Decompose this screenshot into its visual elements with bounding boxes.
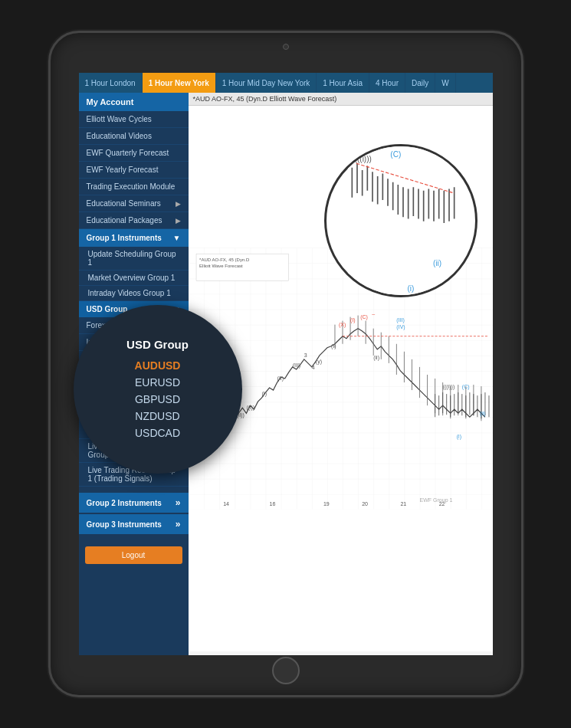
svg-text:Elliott Wave Forecast: Elliott Wave Forecast xyxy=(199,264,243,268)
svg-text:(IV): (IV) xyxy=(396,324,405,330)
header-tabs: 1 Hour London 1 Hour New York 1 Hour Mid… xyxy=(79,73,493,93)
svg-text:(II): (II) xyxy=(277,375,284,382)
sidebar-item-intraday-videos[interactable]: Intraday Videos Group 1 xyxy=(79,286,189,301)
sidebar-header: My Account xyxy=(79,93,189,111)
chevron-right-icon: » xyxy=(176,497,181,508)
sidebar-item-update-scheduling[interactable]: Update Scheduling Group 1 xyxy=(79,247,189,271)
currency-nzdusd[interactable]: NZDUSD xyxy=(135,408,179,425)
sidebar-item-market-overview[interactable]: Market Overview Group 1 xyxy=(79,271,189,286)
group2-button[interactable]: Group 2 Instruments » xyxy=(79,493,189,513)
svg-text:EWF Group 1: EWF Group 1 xyxy=(419,497,452,503)
svg-text:(ii): (ii) xyxy=(479,411,485,417)
tab-1h-asia[interactable]: 1 Hour Asia xyxy=(317,73,369,93)
group3-button[interactable]: Group 3 Instruments » xyxy=(79,514,189,534)
svg-text:(I): (I) xyxy=(350,317,356,323)
svg-text:(C): (C) xyxy=(360,314,368,320)
currency-audusd[interactable]: AUDUSD xyxy=(135,357,181,374)
chevron-right-icon: » xyxy=(176,519,181,530)
sidebar-item-elliott-wave[interactable]: Elliott Wave Cycles xyxy=(79,111,189,128)
tab-1h-newyork[interactable]: 1 Hour New York xyxy=(143,73,216,93)
svg-text:*AUD AO-FX, 45 (Dyn.D: *AUD AO-FX, 45 (Dyn.D xyxy=(199,257,250,262)
sidebar-item-educational-seminars[interactable]: Educational Seminars ▶ xyxy=(79,195,189,212)
svg-text:(((i))): (((i))) xyxy=(442,384,455,390)
tab-4h[interactable]: 4 Hour xyxy=(369,73,405,93)
currency-gbpusd[interactable]: GBPUSD xyxy=(135,391,180,408)
arrow-icon: ▶ xyxy=(176,200,181,208)
svg-text:(C): (C) xyxy=(461,384,469,390)
sidebar-item-ewf-quarterly[interactable]: EWF Quarterly Forecast xyxy=(79,145,189,162)
tablet-frame: 1 Hour London 1 Hour New York 1 Hour Mid… xyxy=(48,31,523,697)
svg-text:(i): (i) xyxy=(456,434,461,440)
tab-w[interactable]: W xyxy=(435,73,455,93)
arrow-icon: ▶ xyxy=(176,217,181,225)
svg-text:(X): (X) xyxy=(338,322,345,328)
currency-usdcad[interactable]: USDCAD xyxy=(135,425,180,441)
usd-group-title: USD Group xyxy=(126,338,189,351)
svg-text:4: 4 xyxy=(311,365,314,370)
chart-title: *AUD AO-FX, 45 (Dyn.D Elliott Wave Forec… xyxy=(189,93,493,106)
currency-eurusd[interactable]: EURUSD xyxy=(135,374,180,391)
tablet-home-button[interactable] xyxy=(272,657,300,684)
tablet-camera xyxy=(283,44,289,50)
chart-zoom-circle: (((i))) (C) (ii) (i) xyxy=(324,144,477,297)
svg-text:20: 20 xyxy=(362,501,368,507)
logout-button[interactable]: Logout xyxy=(85,546,182,564)
svg-text:14: 14 xyxy=(223,501,229,507)
svg-text:(ii): (ii) xyxy=(373,355,379,361)
sidebar-item-educational-packages[interactable]: Educational Packages ▶ xyxy=(79,212,189,229)
svg-text:((i)): ((i)) xyxy=(246,405,254,411)
tab-1h-midday-ny[interactable]: 1 Hour Mid Day New York xyxy=(216,73,317,93)
usd-group-popup: USD Group AUDUSD EURUSD GBPUSD NZDUSD US… xyxy=(74,305,242,474)
sidebar-item-educational-videos[interactable]: Educational Videos xyxy=(79,128,189,145)
svg-text:(I): (I) xyxy=(330,343,336,349)
svg-text:(III): (III) xyxy=(396,317,405,323)
svg-text:(III): (III) xyxy=(292,362,300,369)
sidebar-item-trading-execution[interactable]: Trading Execution Module xyxy=(79,179,189,195)
svg-text:(I): (I) xyxy=(261,391,267,397)
svg-text:3: 3 xyxy=(304,353,307,358)
sidebar-item-ewf-yearly[interactable]: EWF Yearly Forecast xyxy=(79,162,189,179)
svg-text:(i): (i) xyxy=(407,284,414,293)
svg-text:–: – xyxy=(372,311,375,316)
chevron-down-icon: ▼ xyxy=(173,234,181,242)
tab-1h-london[interactable]: 1 Hour London xyxy=(79,73,143,93)
tab-daily[interactable]: Daily xyxy=(405,73,435,93)
svg-text:(y): (y) xyxy=(315,359,321,365)
svg-text:16: 16 xyxy=(269,501,275,507)
svg-text:21: 21 xyxy=(400,501,406,507)
svg-text:19: 19 xyxy=(323,501,329,507)
group1-header[interactable]: Group 1 Instruments ▼ xyxy=(79,229,189,247)
svg-text:(C): (C) xyxy=(390,150,401,159)
svg-rect-69 xyxy=(347,146,458,297)
svg-text:(ii): (ii) xyxy=(432,259,441,267)
